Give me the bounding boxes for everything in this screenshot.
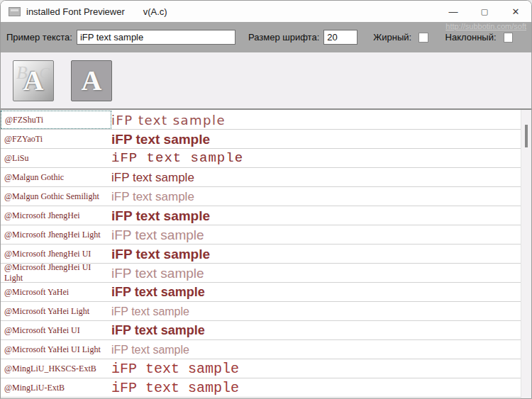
toolbar: Пример текста: Размер шрифта: Жирный: На… [1,22,531,52]
font-preview: iFP text sample [111,111,226,130]
font-name-cell[interactable]: @MingLiU_HKSCS-ExtB [1,359,111,378]
website-link[interactable]: http://subbotin.com/soft [445,22,526,30]
font-row[interactable]: @Microsoft YaHei iFP text sample [1,283,521,302]
font-name-cell[interactable]: @Microsoft YaHei UI [1,321,111,339]
font-name-cell[interactable]: @Microsoft JhengHei UI Light [1,264,111,282]
letter-a-icon: A [82,67,102,95]
font-name-cell[interactable]: @Microsoft YaHei UI Light [1,340,111,359]
font-name-cell[interactable]: @Malgun Gothic Semilight [1,187,111,206]
font-name-cell[interactable]: @Malgun Gothic [1,168,111,186]
font-name-cell[interactable]: @MingLiU-ExtB [1,378,111,397]
close-button[interactable]: ✕ [500,1,531,22]
sample-text-input[interactable] [77,30,235,45]
window-controls: — ▢ ✕ [438,1,531,22]
font-name-cell[interactable]: @Microsoft JhengHei UI [1,245,111,263]
app-window: installed Font Previewer v(A.c) — ▢ ✕ Пр… [0,0,532,399]
vertical-scrollbar[interactable] [521,110,531,398]
font-preview: iFP text sample [111,302,189,321]
font-row[interactable]: @Microsoft JhengHei iFP text sample [1,206,521,225]
font-size-label: Размер шрифта: [248,32,319,43]
bold-checkbox[interactable] [419,33,428,43]
maximize-button[interactable]: ▢ [469,1,500,22]
window-version: v(A.c) [143,6,167,17]
font-preview: iFP text sample [111,283,205,302]
window-title: installed Font Previewer [26,6,125,17]
font-row[interactable]: @Microsoft YaHei Light iFP text sample [1,302,521,321]
minimize-button[interactable]: — [438,1,469,22]
font-preview: iFP text sample [111,359,239,378]
scrollbar-thumb[interactable] [525,125,528,147]
single-font-button[interactable]: A [71,60,112,101]
font-row[interactable]: @Microsoft JhengHei UI iFP text sample [1,245,521,264]
font-name-cell[interactable]: @FZYaoTi [1,130,111,148]
font-name-cell[interactable]: @FZShuTi [1,111,111,129]
font-name-cell[interactable]: @Microsoft YaHei Light [1,302,111,320]
app-icon [9,7,21,16]
fonts-abc-button[interactable]: B A C [13,60,54,101]
font-preview: iFP text sample [111,187,194,206]
font-name-cell[interactable]: @Microsoft YaHei [1,283,111,301]
font-row[interactable]: @Malgun Gothic Semilight iFP text sample [1,187,521,206]
font-name-cell[interactable]: @Microsoft JhengHei [1,206,111,225]
font-preview: iFP text sample [111,149,243,168]
font-preview: iFP text sample [111,378,239,398]
font-name-cell[interactable]: @LiSu [1,149,111,167]
font-row[interactable]: @Malgun Gothic iFP text sample [1,168,521,187]
font-preview: iFP text sample [111,264,204,283]
font-list: @FZShuTi iFP text sample @FZYaoTi iFP te… [1,108,531,398]
button-strip: B A C A [1,52,531,108]
font-preview: iFP text sample [111,225,204,245]
font-preview: iFP text sample [111,130,210,149]
font-preview: iFP text sample [111,340,189,359]
font-preview: iFP text sample [111,206,210,225]
font-row[interactable]: @Microsoft YaHei UI Light iFP text sampl… [1,340,521,359]
font-size-input[interactable] [323,30,358,45]
italic-label: Наклонный: [445,32,497,43]
letter-b-glyph: B [16,62,28,84]
font-row[interactable]: @LiSu iFP text sample [1,149,521,168]
titlebar: installed Font Previewer v(A.c) — ▢ ✕ [1,1,531,22]
font-row[interactable]: @Microsoft JhengHei Light iFP text sampl… [1,225,521,245]
font-preview: iFP text sample [111,168,194,187]
sample-text-label: Пример текста: [6,32,72,43]
font-row[interactable]: @MingLiU-ExtB iFP text sample [1,378,521,398]
italic-checkbox[interactable] [504,33,513,43]
font-preview: iFP text sample [111,245,210,264]
font-preview: iFP text sample [111,321,205,340]
letter-c-glyph: C [39,64,50,82]
font-row[interactable]: @FZYaoTi iFP text sample [1,130,521,149]
font-row[interactable]: @MingLiU_HKSCS-ExtB iFP text sample [1,359,521,378]
font-row[interactable]: @Microsoft YaHei UI iFP text sample [1,321,521,340]
font-rows: @FZShuTi iFP text sample @FZYaoTi iFP te… [1,111,521,398]
bold-label: Жирный: [373,32,411,43]
font-name-cell[interactable]: @Microsoft JhengHei Light [1,225,111,244]
font-row[interactable]: @FZShuTi iFP text sample [1,111,521,130]
font-row[interactable]: @Microsoft JhengHei UI Light iFP text sa… [1,264,521,283]
